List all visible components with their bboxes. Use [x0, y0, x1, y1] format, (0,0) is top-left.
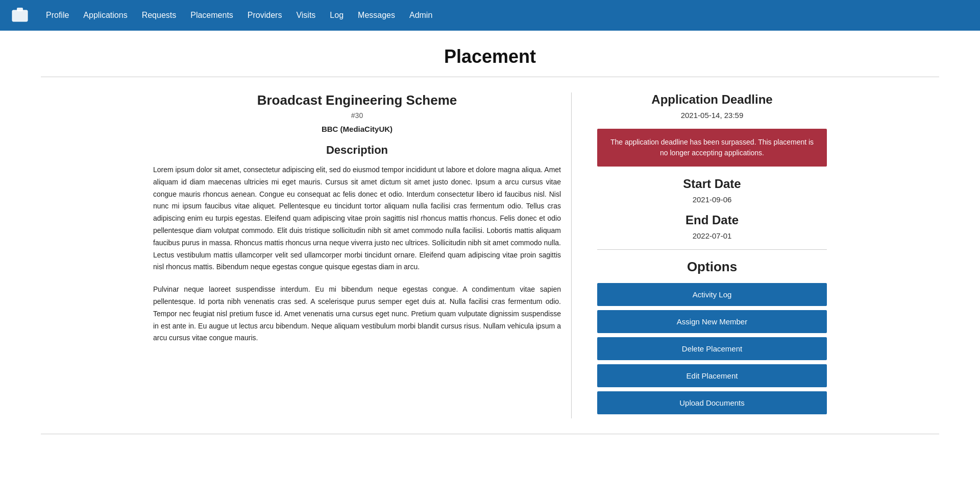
options-divider: [597, 249, 827, 250]
nav-item-profile[interactable]: Profile: [39, 7, 76, 24]
deadline-alert: The application deadline has been surpas…: [597, 129, 827, 167]
nav-item-requests[interactable]: Requests: [135, 7, 184, 24]
end-date-value: 2022-07-01: [597, 231, 827, 240]
nav-item-visits[interactable]: Visits: [289, 7, 323, 24]
start-date-value: 2021-09-06: [597, 195, 827, 204]
svg-rect-0: [12, 10, 28, 21]
delete-placement-button[interactable]: Delete Placement: [597, 337, 827, 360]
activity-log-button[interactable]: Activity Log: [597, 283, 827, 306]
right-column: Application Deadline 2021-05-14, 23:59 T…: [592, 92, 827, 418]
description-para2: Pulvinar neque laoreet suspendisse inter…: [153, 284, 561, 344]
upload-documents-button[interactable]: Upload Documents: [597, 391, 827, 414]
description-heading: Description: [153, 144, 561, 157]
placement-title: Broadcast Engineering Scheme: [153, 92, 561, 108]
end-date-heading: End Date: [597, 213, 827, 227]
edit-placement-button[interactable]: Edit Placement: [597, 364, 827, 387]
nav-item-applications[interactable]: Applications: [76, 7, 134, 24]
placement-org: BBC (MediaCityUK): [153, 125, 561, 133]
nav-item-log[interactable]: Log: [323, 7, 351, 24]
title-divider: [41, 77, 939, 77]
nav-links-list: Profile Applications Requests Placements…: [39, 7, 439, 24]
nav-item-placements[interactable]: Placements: [183, 7, 240, 24]
description-para1: Lorem ipsum dolor sit amet, consectetur …: [153, 164, 561, 273]
nav-item-messages[interactable]: Messages: [351, 7, 402, 24]
deadline-value: 2021-05-14, 23:59: [597, 111, 827, 120]
assign-new-member-button[interactable]: Assign New Member: [597, 310, 827, 333]
placement-id: #30: [153, 111, 561, 120]
left-column: Broadcast Engineering Scheme #30 BBC (Me…: [153, 92, 572, 418]
main-content: Broadcast Engineering Scheme #30 BBC (Me…: [133, 92, 847, 418]
page-title: Placement: [0, 31, 980, 77]
nav-logo: [10, 5, 39, 26]
start-date-heading: Start Date: [597, 177, 827, 191]
bottom-divider: [41, 434, 939, 434]
nav-item-providers[interactable]: Providers: [240, 7, 289, 24]
options-heading: Options: [597, 259, 827, 275]
svg-rect-1: [17, 8, 23, 11]
navbar: Profile Applications Requests Placements…: [0, 0, 980, 31]
nav-item-admin[interactable]: Admin: [402, 7, 439, 24]
deadline-heading: Application Deadline: [597, 92, 827, 107]
